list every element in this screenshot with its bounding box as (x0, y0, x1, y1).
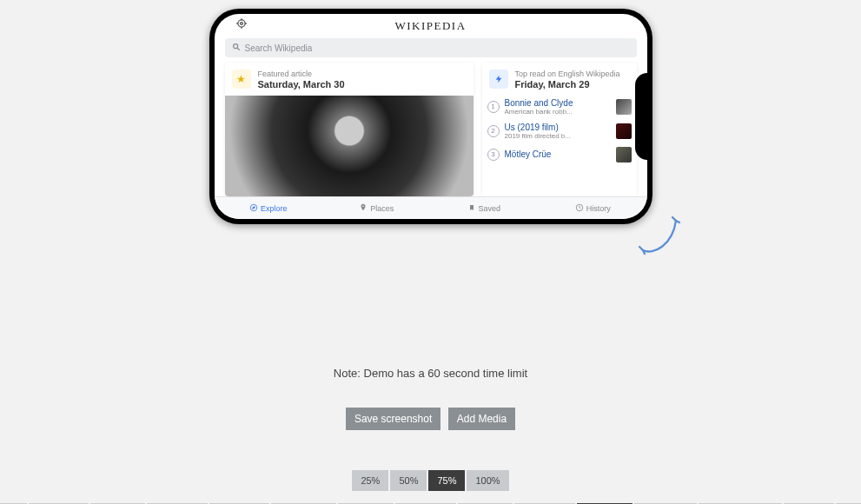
tab-label: History (586, 204, 611, 213)
item-thumb (616, 99, 632, 115)
pin-icon (359, 203, 368, 214)
save-screenshot-button[interactable]: Save screenshot (346, 408, 440, 430)
list-item[interactable]: 1 Bonnie and Clyde American bank robb... (487, 96, 632, 118)
search-placeholder: Search Wikipedia (245, 43, 313, 53)
search-input[interactable]: Search Wikipedia (225, 38, 637, 57)
list-item[interactable]: 3 Mötley Crüe (487, 144, 632, 165)
tab-label: Saved (478, 204, 500, 213)
item-subtitle: 2019 film directed b... (505, 132, 611, 140)
item-title: Us (2019 film) (505, 123, 611, 132)
demo-note: Note: Demo has a 60 second time limit (0, 367, 861, 380)
tab-label: Explore (261, 204, 288, 213)
bookmark-icon (468, 203, 475, 214)
content-row: ★ Featured article Saturday, March 30 (215, 63, 647, 196)
rank-badge: 3 (487, 149, 500, 161)
featured-image (225, 96, 474, 196)
add-media-button[interactable]: Add Media (448, 408, 515, 430)
logo: WIKIPEDIA (394, 19, 466, 33)
item-title: Bonnie and Clyde (505, 98, 611, 108)
item-subtitle: American bank robb... (505, 108, 611, 116)
tab-label: Places (370, 204, 394, 213)
rotate-device-button[interactable] (634, 212, 683, 264)
tab-saved[interactable]: Saved (431, 197, 540, 219)
top-read-label: Top read on English Wikipedia (515, 70, 620, 79)
zoom-option[interactable]: 50% (390, 470, 427, 491)
item-thumb (616, 147, 632, 162)
featured-label: Featured article (258, 70, 345, 79)
zoom-option[interactable]: 25% (352, 470, 388, 491)
action-buttons: Save screenshot Add Media (0, 408, 861, 430)
rank-badge: 1 (487, 101, 500, 113)
featured-date: Saturday, March 30 (258, 79, 345, 90)
search-row: Search Wikipedia (215, 35, 647, 63)
top-read-date: Friday, March 29 (515, 79, 620, 90)
item-title: Mötley Crüe (505, 149, 611, 159)
item-thumb (616, 123, 632, 139)
featured-card[interactable]: ★ Featured article Saturday, March 30 (225, 63, 474, 196)
zoom-option[interactable]: 75% (428, 470, 465, 491)
list-item[interactable]: 2 Us (2019 film) 2019 film directed b... (487, 120, 632, 143)
settings-icon[interactable] (235, 17, 248, 33)
star-icon: ★ (232, 70, 251, 89)
device-frame: WIKIPEDIA Search Wikipedia ★ Featured ar… (209, 9, 652, 224)
tab-explore[interactable]: Explore (215, 197, 323, 219)
bolt-icon (489, 70, 508, 89)
svg-point-6 (233, 44, 237, 49)
svg-line-7 (237, 48, 240, 50)
device-screen[interactable]: WIKIPEDIA Search Wikipedia ★ Featured ar… (215, 14, 647, 219)
svg-point-1 (240, 23, 242, 25)
clock-icon (575, 203, 584, 214)
device-preview-area: WIKIPEDIA Search Wikipedia ★ Featured ar… (0, 0, 861, 224)
svg-point-0 (237, 20, 244, 27)
tab-bar: Explore Places Saved (215, 196, 647, 219)
tab-history[interactable]: History (539, 197, 647, 219)
tab-places[interactable]: Places (322, 197, 431, 219)
search-icon (232, 43, 241, 53)
zoom-option[interactable]: 100% (467, 470, 508, 491)
top-read-head: Top read on English Wikipedia Friday, Ma… (482, 63, 637, 96)
compass-icon (249, 203, 258, 214)
featured-head: ★ Featured article Saturday, March 30 (225, 63, 474, 96)
app-header: WIKIPEDIA (215, 14, 647, 35)
rank-badge: 2 (487, 125, 500, 137)
top-read-card[interactable]: Top read on English Wikipedia Friday, Ma… (482, 63, 637, 196)
top-read-list: 1 Bonnie and Clyde American bank robb...… (482, 96, 637, 165)
zoom-bar: 25%50%75%100% (0, 470, 861, 491)
